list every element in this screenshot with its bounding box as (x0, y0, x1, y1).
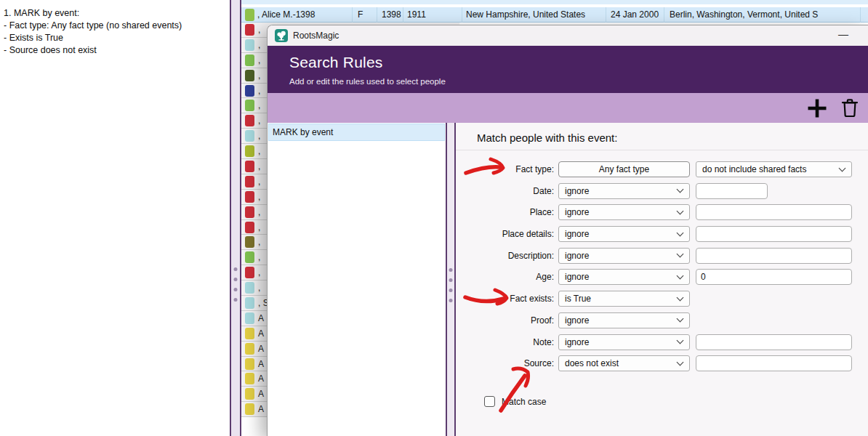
app-title: RootsMagic (293, 25, 339, 46)
dropdown[interactable]: ignore (558, 183, 690, 199)
color-swatch (245, 403, 254, 415)
color-swatch (245, 343, 254, 355)
fact-type-button[interactable]: Any fact type (558, 161, 690, 177)
note-line: - Fact type: Any fact type (no shared ev… (4, 20, 182, 32)
field-label: Description: (456, 251, 558, 261)
color-swatch (245, 176, 254, 187)
match-case-row: Match case (484, 396, 546, 407)
minimize-button[interactable]: — (831, 25, 856, 46)
dropdown[interactable]: ignore (558, 226, 690, 242)
color-swatch (245, 100, 254, 111)
window-splitter[interactable] (230, 0, 241, 436)
dropdown[interactable]: ignore (558, 312, 690, 328)
dialog-header: Search Rules Add or edit the rules used … (268, 46, 868, 93)
row-text: , (258, 190, 260, 204)
row-text: A (258, 326, 264, 341)
search-rules-dialog: RootsMagic — Search Rules Add or edit th… (267, 25, 868, 436)
rules-toolbar (268, 93, 868, 123)
row-text: , (258, 280, 260, 295)
cell-death-place: Berlin, Washington, Vermont, United S (670, 7, 818, 23)
field-label: Place: (456, 207, 558, 217)
dropdown[interactable]: ignore (558, 269, 690, 285)
form-row: Age:ignore (456, 269, 868, 285)
color-swatch (245, 9, 254, 21)
dropdown-value: ignore (565, 207, 589, 217)
cell-sex: F (358, 7, 363, 23)
form-row: Place:ignore (456, 204, 868, 220)
dropdown[interactable]: ignore (558, 334, 690, 350)
field-label: Proof: (456, 315, 558, 326)
dropdown[interactable]: ignore (558, 248, 690, 264)
note-line: - Source does not exist (4, 44, 182, 57)
row-text: , (258, 174, 260, 189)
dialog-title-bar[interactable]: RootsMagic — (268, 25, 868, 46)
delete-rule-button[interactable] (841, 98, 859, 118)
row-text: , (258, 84, 260, 98)
form-row: Proof:ignore (456, 312, 868, 328)
chevron-down-icon (677, 294, 684, 301)
chevron-down-icon (677, 207, 684, 214)
table-row-partial[interactable] (241, 0, 868, 6)
field-label: Fact exists: (456, 294, 558, 304)
field-label: Source: (456, 358, 558, 368)
text-input[interactable] (696, 248, 852, 264)
field-label: Place details: (456, 229, 558, 239)
rule-list-panel: MARK by event (268, 123, 447, 436)
dropdown-value: ignore (565, 272, 589, 282)
form-row: Place details:ignore (456, 226, 868, 242)
field-label: Note: (456, 337, 558, 347)
text-input[interactable] (696, 355, 852, 371)
field-label: Fact type: (456, 164, 558, 174)
text-input[interactable] (696, 334, 852, 350)
dropdown[interactable]: is True (558, 291, 690, 307)
splitter-grip[interactable] (234, 267, 238, 302)
chevron-down-icon (677, 272, 684, 279)
row-text: , (258, 53, 260, 68)
row-text: , (258, 159, 260, 174)
row-text: , (258, 144, 260, 158)
match-case-label: Match case (502, 397, 546, 407)
field-label: Age: (456, 272, 558, 282)
text-input[interactable] (696, 183, 768, 199)
dropdown-value: is True (565, 294, 591, 304)
dropdown[interactable]: ignore (558, 204, 690, 220)
color-swatch (245, 161, 254, 172)
dropdown-value: do not include shared facts (702, 164, 806, 174)
row-text: A (258, 357, 264, 371)
color-swatch (245, 267, 254, 278)
match-case-checkbox[interactable] (484, 396, 495, 407)
dialog-content: MARK by event Match people with this eve… (268, 123, 868, 436)
dropdown-value: ignore (565, 337, 589, 347)
color-swatch (245, 54, 254, 66)
color-swatch (245, 70, 254, 81)
text-input[interactable] (696, 269, 852, 285)
row-text: , (258, 98, 260, 113)
dialog-title: Search Rules (289, 54, 868, 71)
row-text: , (258, 68, 260, 83)
table-row-selected[interactable]: , Alice M.-1398 F 1398 1911 New Hampshir… (241, 7, 868, 23)
form-row: Fact type:Any fact typedo not include sh… (456, 161, 868, 177)
add-rule-button[interactable] (806, 97, 828, 119)
color-swatch (245, 328, 254, 339)
row-text: , (258, 38, 260, 52)
dialog-subtitle: Add or edit the rules used to select peo… (289, 77, 868, 86)
chevron-down-icon (677, 251, 684, 258)
dropdown-value: ignore (565, 315, 589, 326)
cell-number: 1398 (382, 7, 401, 23)
dropdown[interactable]: do not include shared facts (696, 161, 852, 177)
dialog-splitter[interactable] (447, 123, 456, 436)
color-swatch (245, 236, 254, 248)
color-swatch (245, 145, 254, 157)
dropdown[interactable]: does not exist (558, 355, 690, 371)
color-swatch (245, 206, 254, 218)
form-row: Fact exists:is True (456, 291, 868, 307)
form-row: Date:ignore (456, 183, 868, 199)
splitter-grip[interactable] (449, 268, 453, 302)
text-input[interactable] (696, 226, 852, 242)
rule-list-item[interactable]: MARK by event (268, 124, 445, 141)
text-input[interactable] (696, 204, 852, 220)
chevron-down-icon (677, 337, 684, 344)
color-swatch (245, 388, 254, 400)
dropdown-value: does not exist (565, 358, 619, 368)
color-swatch (245, 282, 254, 294)
